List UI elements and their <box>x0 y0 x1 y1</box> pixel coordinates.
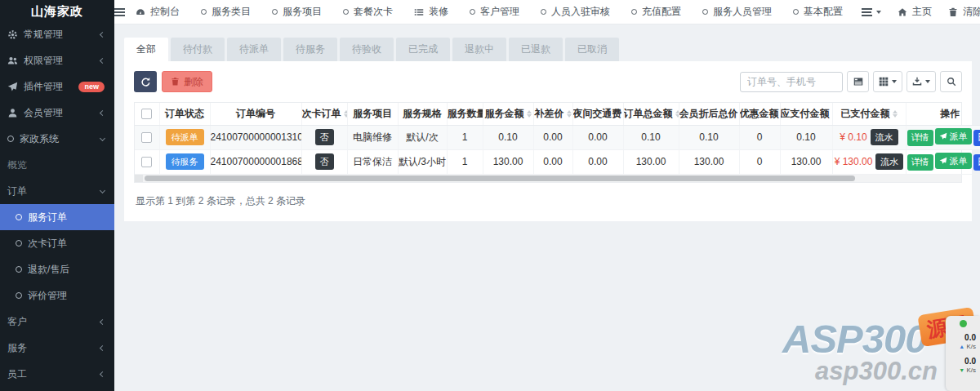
delete-button[interactable]: 删除 <box>162 71 212 92</box>
col-paid[interactable]: 已支付金额 <box>832 103 906 125</box>
col-diff-price[interactable]: 补差价 <box>533 103 572 125</box>
tab-cancelled[interactable]: 已取消 <box>565 38 619 61</box>
orders-table: 订单状态 订单编号 次卡订单 服务项目 服务规格 服务数量 服务金额 补差价 夜… <box>134 102 962 175</box>
card-order-badge: 否 <box>315 153 334 170</box>
search-button[interactable] <box>940 71 962 92</box>
row-checkbox[interactable] <box>141 132 152 143</box>
circle-icon <box>16 240 22 247</box>
status-badge: 待服务 <box>166 153 204 170</box>
tab-pending-acceptance[interactable]: 待验收 <box>340 38 394 61</box>
sort-icon <box>567 110 572 118</box>
sidebar-toggle-button[interactable] <box>114 0 125 24</box>
col-amount[interactable]: 服务金额 <box>483 103 533 125</box>
sidebar-item-orders[interactable]: 订单 <box>0 178 114 204</box>
col-project[interactable]: 服务项目 <box>347 103 398 125</box>
scrollbar-thumb[interactable] <box>145 176 855 181</box>
col-order-status[interactable]: 订单状态 <box>159 103 210 125</box>
records-summary: 显示第 1 到第 2 条记录，总共 2 条记录 <box>136 194 962 208</box>
qty-cell: 1 <box>447 149 483 174</box>
row-checkbox[interactable] <box>141 157 152 167</box>
member-total-cell: 0.10 <box>679 125 739 149</box>
sidebar-item-plugins[interactable]: 插件管理 new <box>0 73 114 100</box>
sidebar-item-housekeeping[interactable]: 家政系统 <box>0 126 114 152</box>
nav-item-recharge-config[interactable]: 充值配置 <box>621 0 692 24</box>
night-fee-cell: 0.00 <box>572 149 623 174</box>
col-order-no[interactable]: 订单编号 <box>210 103 301 125</box>
export-button[interactable] <box>906 71 936 92</box>
col-card-order[interactable]: 次卡订单 <box>301 103 347 125</box>
horizontal-scrollbar[interactable] <box>134 175 962 183</box>
users-icon <box>7 56 18 66</box>
layout-menu-button[interactable] <box>853 0 889 24</box>
clear-cache-button[interactable]: 清除缓存 <box>940 0 980 24</box>
nav-item-service-projects[interactable]: 服务项目 <box>261 0 332 24</box>
col-qty[interactable]: 服务数量 <box>447 103 483 125</box>
nav-item-service-staff[interactable]: 服务人员管理 <box>692 0 782 24</box>
flow-button[interactable]: 流水 <box>871 129 898 145</box>
col-night-fee[interactable]: 夜间交通费 <box>572 103 623 125</box>
nav-item-label: 套餐次卡 <box>354 5 393 19</box>
sort-icon <box>893 110 898 118</box>
nav-item-basic-config[interactable]: 基本配置 <box>782 0 853 24</box>
flow-button[interactable]: 流水 <box>875 153 903 170</box>
sort-icon <box>675 110 679 118</box>
refresh-button[interactable] <box>134 71 157 92</box>
total-cell: 130.00 <box>623 149 679 174</box>
sidebar-item-refunds[interactable]: 退款/售后 <box>0 256 114 282</box>
sidebar-item-staff[interactable]: 员工 <box>0 361 114 387</box>
project-cell: 日常保洁 <box>347 149 398 174</box>
search-input[interactable] <box>740 72 843 92</box>
paper-plane-icon <box>939 157 947 165</box>
tab-pending-service[interactable]: 待服务 <box>283 38 337 61</box>
sidebar-item-services[interactable]: 服务 <box>0 335 114 361</box>
sidebar-item-general[interactable]: 常规管理 <box>0 21 114 47</box>
circle-icon <box>541 9 546 15</box>
sort-icon <box>527 110 532 118</box>
sidebar-item-reviews[interactable]: 评价管理 <box>0 282 114 309</box>
sidebar-item-customers[interactable]: 客户 <box>0 309 114 335</box>
sidebar-item-members[interactable]: 会员管理 <box>0 100 114 126</box>
sidebar-item-permissions[interactable]: 权限管理 <box>0 47 114 73</box>
chevron-down-icon <box>100 187 105 193</box>
nav-item-decoration[interactable]: 装修 <box>403 0 459 24</box>
sidebar-item-card-orders[interactable]: 次卡订单 <box>0 230 114 256</box>
tab-all[interactable]: 全部 <box>124 38 168 61</box>
tab-refunding[interactable]: 退款中 <box>452 38 506 61</box>
dispatch-button[interactable]: 派单 <box>935 128 972 144</box>
col-discount[interactable]: 优惠金额 <box>739 103 780 125</box>
toolbar: 删除 <box>134 71 962 92</box>
columns-button[interactable] <box>873 71 902 92</box>
dispatch-button[interactable]: 派单 <box>935 153 972 169</box>
down-arrow-icon: ▼ <box>959 367 964 373</box>
detail-button[interactable]: 详情 <box>907 130 933 146</box>
watermark: 源码 ASP300 asp300.cn <box>779 316 973 386</box>
col-member-total[interactable]: 会员折后总价 <box>679 103 739 125</box>
user-icon <box>7 108 18 118</box>
nav-item-service-categories[interactable]: 服务类目 <box>190 0 261 24</box>
tab-completed[interactable]: 已完成 <box>396 38 450 61</box>
log-button[interactable]: 日志 <box>973 130 980 146</box>
trash-icon <box>948 7 958 17</box>
new-badge: new <box>78 82 105 92</box>
tab-refunded[interactable]: 已退款 <box>509 38 563 61</box>
nav-item-staff-review[interactable]: 人员入驻审核 <box>530 0 621 24</box>
sidebar-item-label: 退款/售后 <box>28 263 69 277</box>
sidebar-item-overview[interactable]: 概览 <box>0 152 114 178</box>
select-all-checkbox[interactable] <box>141 109 152 119</box>
detail-button[interactable]: 详情 <box>907 154 933 171</box>
toggle-search-button[interactable] <box>847 71 869 92</box>
sidebar-item-service-orders[interactable]: 服务订单 <box>0 204 114 230</box>
scroll-left-button[interactable] <box>135 175 143 182</box>
home-button[interactable]: 主页 <box>889 0 940 24</box>
nav-item-package-cards[interactable]: 套餐次卡 <box>332 0 403 24</box>
col-payable[interactable]: 应支付金额 <box>780 103 832 125</box>
col-total[interactable]: 订单总金额 <box>623 103 679 125</box>
nav-item-customer-management[interactable]: 客户管理 <box>459 0 530 24</box>
tab-pending-payment[interactable]: 待付款 <box>171 38 225 61</box>
tab-pending-dispatch[interactable]: 待派单 <box>227 38 281 61</box>
nav-item-dashboard[interactable]: 控制台 <box>125 0 190 24</box>
col-spec[interactable]: 服务规格 <box>398 103 447 125</box>
table-row: 待派单 24100700000001310714 否 电脑维修 默认/次 1 0… <box>135 125 980 149</box>
log-button[interactable]: 日志 <box>973 154 980 171</box>
sidebar-item-label: 服务订单 <box>28 211 67 224</box>
